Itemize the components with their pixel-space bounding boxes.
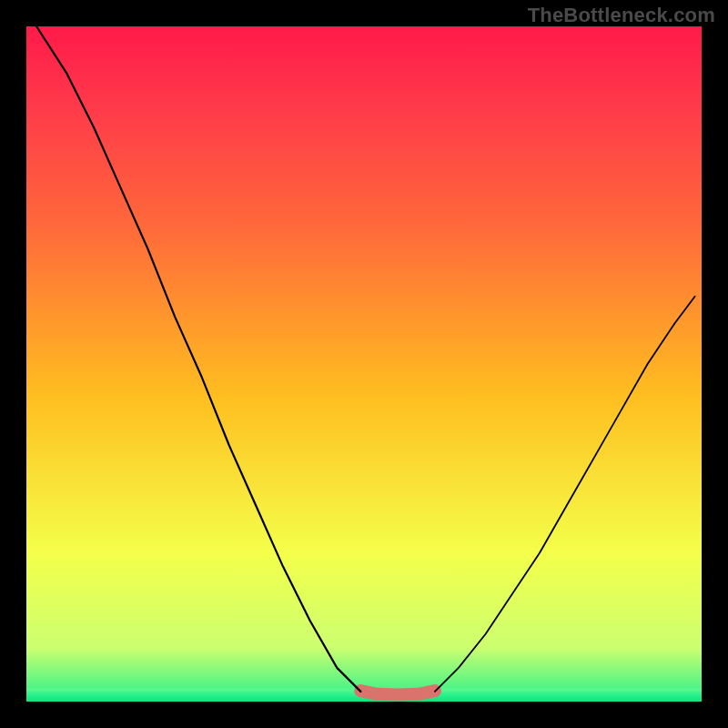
right-limb-curve	[435, 297, 695, 692]
watermark-text: TheBottleneck.com	[528, 4, 715, 27]
plot-area	[26, 26, 702, 702]
chart-container: TheBottleneck.com	[0, 0, 728, 728]
curve-layer	[26, 26, 702, 702]
valley-highlight-curve	[360, 691, 435, 695]
left-limb-curve	[36, 26, 360, 692]
